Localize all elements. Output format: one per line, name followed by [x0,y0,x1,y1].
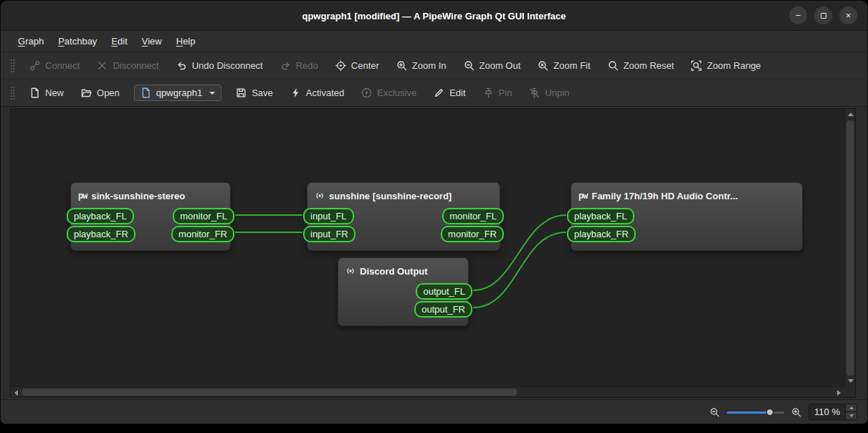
pipewire-icon: pw [78,191,87,201]
zoom-value[interactable]: 110 % [809,404,845,419]
menu-view[interactable]: View [135,33,169,49]
zoom-out-icon[interactable] [710,407,720,417]
spin-up-button[interactable] [846,404,857,411]
arrow-up-icon [848,113,854,116]
zoom-fit-icon [538,60,548,71]
menu-edit[interactable]: Edit [104,33,134,49]
close-icon: × [846,10,852,21]
port-playback_FL[interactable]: playback_FL [67,208,134,224]
node-title: sink-sunshine-stereo [91,191,185,201]
activated-toggle[interactable]: Activated [282,80,353,106]
port-monitor_FR[interactable]: monitor_FR [171,226,234,242]
zoom-range-button[interactable]: Zoom Range [682,52,769,79]
pin-button[interactable]: Pin [474,80,521,106]
toolbar-grip-handle[interactable] [10,86,15,100]
port-output_FR[interactable]: output_FR [414,301,472,318]
pencil-icon [434,87,444,98]
horizontal-scroll-thumb[interactable] [22,389,517,396]
exclusive-icon [361,87,372,98]
arrow-left-icon [14,390,18,396]
port-output_FL[interactable]: output_FL [416,283,472,300]
exclusive-toggle[interactable]: Exclusive [353,80,425,106]
edit-toggle[interactable]: Edit [425,80,474,106]
arrow-right-icon [837,390,841,396]
zoom-reset-icon [608,60,619,71]
node-sink-sunshine-stereo[interactable]: pw sink-sunshine-stereo playback_FL moni… [70,182,231,251]
statusbar: 110 % [1,399,867,424]
port-monitor_FR[interactable]: monitor_FR [441,226,504,242]
scroll-right-button[interactable] [834,387,844,398]
port-input_FR[interactable]: input_FR [303,226,356,242]
connect-icon [29,60,40,71]
port-monitor_FL[interactable]: monitor_FL [442,208,504,224]
zoom-slider[interactable] [727,407,784,417]
node-discord-output[interactable]: Discord Output output_FL output_FR [338,257,469,326]
titlebar[interactable]: qpwgraph1 [modified] — A PipeWire Graph … [1,1,867,31]
redo-button[interactable]: Redo [272,52,327,79]
unpin-icon [529,87,540,98]
scroll-left-button[interactable] [11,387,22,398]
undo-disconnect-button[interactable]: Undo Disconnect [168,52,272,79]
horizontal-scrollbar[interactable] [11,386,844,397]
zoom-fit-button[interactable]: Zoom Fit [529,52,598,79]
vertical-scroll-thumb[interactable] [846,120,854,376]
center-button[interactable]: Center [327,52,388,79]
open-button[interactable]: Open [72,80,128,106]
connect-button[interactable]: Connect [21,52,88,79]
node-title: sunshine [sunshine-record] [329,191,452,201]
toolbar-grip-handle[interactable] [10,59,15,73]
save-button[interactable]: Save [227,80,282,106]
port-playback_FL[interactable]: playback_FL [567,208,634,224]
redo-icon [280,60,291,71]
port-playback_FR[interactable]: playback_FR [67,226,135,242]
port-playback_FR[interactable]: playback_FR [567,226,636,242]
patchbay-toolbar: New Open qpwgraph1 Save Activated Exclus… [1,80,867,107]
menu-help[interactable]: Help [169,33,203,49]
graph-canvas[interactable]: pw sink-sunshine-stereo playback_FL moni… [11,109,844,386]
window-title: qpwgraph1 [modified] — A PipeWire Graph … [1,1,867,31]
patchbay-file-dropdown[interactable]: qpwgraph1 [134,85,221,101]
close-button[interactable]: × [839,6,857,24]
port-input_FL[interactable]: input_FL [303,208,354,224]
zoom-reset-button[interactable]: Zoom Reset [599,52,683,79]
disconnect-icon [97,60,108,71]
node-family-hd-audio-controller[interactable]: pw Family 17h/19h HD Audio Contr... play… [571,182,803,251]
zoom-in-button[interactable]: Zoom In [388,52,455,79]
slider-handle[interactable] [766,409,773,416]
node-sunshine-record[interactable]: sunshine [sunshine-record] input_FL moni… [307,182,500,251]
minimize-button[interactable]: − [789,6,807,24]
spin-down-button[interactable] [846,411,857,419]
graph-toolbar: Connect Disconnect Undo Disconnect Redo … [1,52,867,80]
vertical-scrollbar[interactable] [844,109,855,386]
zoom-range-icon [691,60,702,71]
new-button[interactable]: New [21,80,72,106]
zoom-spinbox[interactable]: 110 % [809,404,857,420]
maximize-button[interactable] [814,6,832,24]
menubar: Graph Patchbay Edit View Help [1,31,867,52]
zoom-in-icon[interactable] [791,407,801,417]
chevron-down-icon [209,92,215,95]
open-folder-icon [81,87,92,98]
pipewire-icon: pw [578,191,587,201]
save-icon [236,87,247,98]
scroll-up-button[interactable] [845,109,856,120]
arrow-down-icon [848,379,854,383]
scroll-down-button[interactable] [845,376,856,386]
graph-frame: pw sink-sunshine-stereo playback_FL moni… [10,108,856,398]
audio-node-icon [345,266,356,276]
zoom-out-button[interactable]: Zoom Out [455,52,530,79]
scrollbar-corner [844,386,855,397]
center-icon [335,60,346,71]
node-title: Discord Output [360,266,428,277]
unpin-button[interactable]: Unpin [520,80,578,106]
pin-icon [483,87,494,98]
minimize-icon: − [796,10,801,21]
disconnect-button[interactable]: Disconnect [88,52,167,79]
menu-graph[interactable]: Graph [11,33,51,49]
maximize-icon [821,13,826,19]
undo-icon [176,60,187,71]
menu-patchbay[interactable]: Patchbay [51,33,104,49]
arrow-down-icon [849,414,854,417]
node-title: Family 17h/19h HD Audio Contr... [591,191,738,201]
port-monitor_FL[interactable]: monitor_FL [173,208,234,224]
